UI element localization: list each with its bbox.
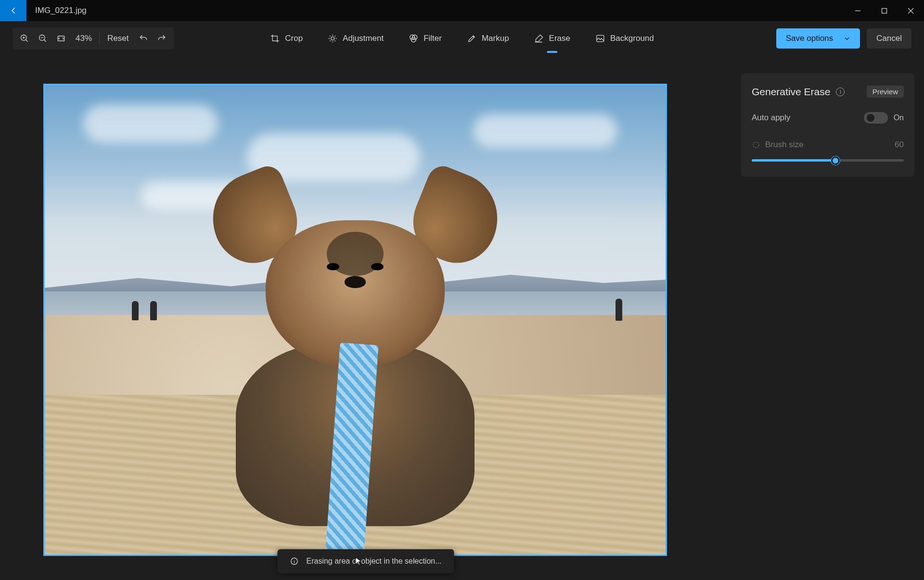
cloud — [83, 104, 218, 143]
cancel-button[interactable]: Cancel — [867, 28, 911, 49]
main-area: Erasing area or object in the selection.… — [0, 56, 924, 580]
auto-apply-state: On — [894, 113, 904, 122]
toolbar: 43% Reset Crop Adjustment Filter Markup … — [0, 21, 924, 56]
redo-button[interactable] — [153, 29, 171, 48]
fit-button[interactable] — [52, 29, 70, 48]
titlebar: IMG_0221.jpg — [0, 0, 924, 21]
undo-button[interactable] — [134, 29, 153, 48]
slider-thumb[interactable] — [831, 156, 840, 165]
image-frame[interactable] — [43, 84, 667, 556]
svg-rect-8 — [597, 35, 604, 41]
zoom-in-button[interactable] — [15, 29, 34, 48]
brush-size-label: Brush size — [765, 140, 803, 150]
zoom-out-button[interactable] — [34, 29, 52, 48]
dog-eye — [371, 263, 384, 270]
back-button[interactable] — [0, 0, 26, 21]
arrow-left-icon — [9, 6, 18, 15]
tab-adjustment[interactable]: Adjustment — [326, 31, 385, 46]
status-toast: Erasing area or object in the selection.… — [277, 549, 454, 573]
canvas-area: Erasing area or object in the selection.… — [0, 56, 732, 580]
brush-size-row: Brush size 60 — [752, 140, 904, 150]
file-title: IMG_0221.jpg — [26, 6, 87, 15]
person — [150, 301, 157, 320]
slider-fill — [752, 159, 835, 162]
window-controls — [845, 0, 924, 21]
side-panel: Generative Erase i Preview Auto apply On… — [732, 56, 924, 580]
dog — [206, 174, 504, 526]
dog-nose — [345, 276, 366, 288]
brush-size-value: 60 — [895, 140, 904, 150]
tab-label: Adjustment — [343, 34, 384, 43]
cloud — [473, 114, 617, 148]
dog-eye — [327, 263, 339, 270]
maximize-button[interactable] — [871, 0, 898, 21]
close-button[interactable] — [898, 0, 924, 21]
tab-label: Erase — [549, 34, 570, 43]
crop-icon — [270, 34, 280, 43]
preview-badge: Preview — [867, 86, 904, 98]
info-icon — [290, 557, 298, 566]
tab-label: Markup — [482, 34, 509, 43]
tab-markup[interactable]: Markup — [465, 31, 511, 46]
auto-apply-row: Auto apply On — [752, 112, 904, 124]
panel-header: Generative Erase i Preview — [752, 86, 904, 98]
tab-label: Background — [610, 34, 654, 43]
tab-filter[interactable]: Filter — [407, 31, 444, 46]
zoom-percent[interactable]: 43% — [70, 34, 97, 43]
auto-apply-label: Auto apply — [752, 113, 790, 123]
chevron-down-icon — [844, 35, 850, 42]
tab-erase[interactable]: Erase — [532, 31, 572, 46]
background-icon — [595, 34, 605, 43]
erase-panel: Generative Erase i Preview Auto apply On… — [741, 73, 914, 177]
edit-tabs: Crop Adjustment Filter Markup Erase Back… — [268, 31, 656, 46]
auto-apply-toggle[interactable] — [864, 112, 888, 124]
erase-icon — [534, 34, 544, 43]
minimize-button[interactable] — [845, 0, 871, 21]
tab-label: Crop — [285, 34, 303, 43]
svg-rect-0 — [882, 8, 887, 13]
panel-title: Generative Erase — [752, 86, 830, 98]
brush-icon — [752, 140, 760, 149]
toast-text: Erasing area or object in the selection.… — [306, 557, 441, 566]
save-options-button[interactable]: Save options — [776, 28, 860, 49]
toolbar-right: Save options Cancel — [776, 28, 911, 49]
svg-point-10 — [753, 142, 759, 148]
svg-point-4 — [331, 37, 334, 40]
reset-button[interactable]: Reset — [102, 30, 134, 47]
tab-label: Filter — [424, 34, 442, 43]
filter-icon — [409, 34, 418, 43]
mouse-cursor — [355, 557, 362, 566]
tab-background[interactable]: Background — [593, 31, 656, 46]
brush-size-slider[interactable] — [752, 159, 904, 162]
person — [616, 299, 622, 321]
photo-content — [45, 85, 666, 555]
markup-icon — [467, 34, 476, 43]
save-label: Save options — [786, 34, 833, 43]
person — [132, 301, 139, 320]
tab-crop[interactable]: Crop — [268, 31, 305, 46]
zoom-group: 43% Reset — [13, 27, 174, 50]
info-icon[interactable]: i — [836, 88, 845, 96]
adjustment-icon — [328, 34, 337, 43]
divider — [99, 32, 100, 45]
